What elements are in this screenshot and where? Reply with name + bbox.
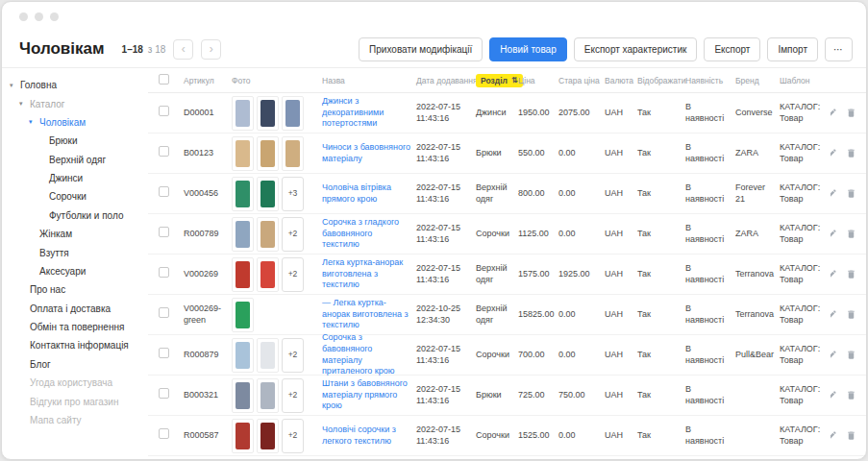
edit-icon[interactable] xyxy=(831,108,837,118)
column-header[interactable]: Розділ⇅ xyxy=(473,74,515,87)
sidebar-item[interactable]: ▾Чоловікам xyxy=(8,113,146,132)
cell-sku: V000269 xyxy=(181,269,229,280)
column-header[interactable]: Дата додавання xyxy=(413,76,473,85)
product-name-link[interactable]: Штани з бавовняного матеріалу прямого кр… xyxy=(322,378,410,412)
edit-icon[interactable] xyxy=(831,229,837,239)
export-button[interactable]: Експорт xyxy=(704,37,760,61)
column-header[interactable]: Ціна xyxy=(515,76,556,85)
sidebar-item[interactable]: Брюки xyxy=(8,132,146,150)
delete-icon[interactable] xyxy=(846,108,856,118)
product-name-link[interactable]: Чоловіча вітрівка прямого крою xyxy=(322,182,410,205)
column-header[interactable]: Фото xyxy=(229,76,319,85)
product-photo xyxy=(232,419,254,453)
export-characteristics-button[interactable]: Експорт характеристик xyxy=(574,37,698,61)
column-header[interactable]: Стара ціна xyxy=(556,76,602,85)
sidebar-item[interactable]: Мапа сайту xyxy=(8,411,146,429)
cell-currency: UAH xyxy=(602,229,634,240)
edit-icon[interactable] xyxy=(831,148,837,158)
delete-icon[interactable] xyxy=(846,229,856,239)
column-header[interactable]: Бренд xyxy=(732,76,777,85)
edit-icon[interactable] xyxy=(831,430,837,441)
edit-icon[interactable] xyxy=(831,188,837,199)
edit-icon[interactable] xyxy=(831,350,837,360)
row-checkbox[interactable] xyxy=(159,227,169,237)
pagination-range: 1–18 xyxy=(122,44,143,55)
sidebar-item[interactable]: ▾Головна xyxy=(8,76,146,94)
sidebar-item[interactable]: Сорочки xyxy=(8,187,146,206)
sidebar-item[interactable]: Футболки и поло xyxy=(8,206,146,225)
cell-template: КАТАЛОГ: Товар xyxy=(777,182,831,205)
row-checkbox[interactable] xyxy=(159,348,169,358)
row-checkbox[interactable] xyxy=(159,428,169,439)
sidebar-item[interactable]: Блог xyxy=(8,355,146,374)
more-photos-badge[interactable]: +2 xyxy=(282,217,304,252)
product-photo xyxy=(282,96,304,131)
window-maximize-icon[interactable] xyxy=(50,12,59,21)
delete-icon[interactable] xyxy=(846,188,856,199)
column-header[interactable]: Відображати xyxy=(634,76,682,85)
cell-display: Так xyxy=(634,229,682,240)
select-all-checkbox[interactable] xyxy=(159,74,169,85)
edit-icon[interactable] xyxy=(831,309,837,320)
row-checkbox[interactable] xyxy=(159,388,169,399)
sidebar-item[interactable]: Про нас xyxy=(8,280,146,299)
more-photos-badge[interactable]: +2 xyxy=(282,419,304,453)
row-checkbox[interactable] xyxy=(159,186,169,197)
column-header[interactable]: Наявність xyxy=(682,76,732,85)
column-header[interactable]: Шаблон xyxy=(777,76,831,85)
more-photos-badge[interactable]: +2 xyxy=(282,338,304,373)
product-name-link[interactable]: Сорочка з бавовняного матеріалу притален… xyxy=(322,332,410,377)
delete-icon[interactable] xyxy=(846,430,856,441)
delete-icon[interactable] xyxy=(846,148,856,158)
sidebar-item[interactable]: Взуття xyxy=(8,243,146,261)
row-checkbox[interactable] xyxy=(159,307,169,318)
cell-sku: V000269-green xyxy=(181,303,229,326)
sidebar-item[interactable]: Контактна інформація xyxy=(8,336,146,354)
edit-icon[interactable] xyxy=(831,269,837,279)
sidebar-item[interactable]: Аксесуари xyxy=(8,262,146,280)
cell-photos xyxy=(229,96,319,131)
more-photos-badge[interactable]: +3 xyxy=(282,177,304,211)
pagination-prev-button[interactable]: ‹ xyxy=(173,39,193,60)
sidebar-item[interactable]: Обмін та повернення xyxy=(8,318,146,336)
column-header[interactable]: Валюта xyxy=(602,76,634,85)
delete-icon[interactable] xyxy=(846,390,856,400)
window-minimize-icon[interactable] xyxy=(35,12,43,21)
sidebar-item[interactable]: Угода користувача xyxy=(8,374,146,392)
cell-currency: UAH xyxy=(602,269,634,280)
row-checkbox[interactable] xyxy=(159,267,169,278)
sidebar-item[interactable]: Жінкам xyxy=(8,225,146,243)
sidebar-item[interactable]: Верхній одяг xyxy=(8,151,146,169)
new-product-button[interactable]: Новий товар xyxy=(489,37,566,61)
window-close-icon[interactable] xyxy=(19,12,28,21)
product-name-link[interactable]: Сорочка з гладкого бавовняного текстилю xyxy=(322,217,410,251)
product-photo xyxy=(232,217,254,252)
row-checkbox[interactable] xyxy=(159,146,169,157)
column-header[interactable]: Артикул xyxy=(181,76,229,85)
product-name-link[interactable]: Джинси з декоративними потертостями xyxy=(322,96,410,130)
delete-icon[interactable] xyxy=(846,350,856,360)
edit-icon[interactable] xyxy=(831,390,837,400)
cell-template: КАТАЛОГ: Товар xyxy=(777,344,831,366)
import-button[interactable]: Імпорт xyxy=(767,37,818,61)
sidebar-item[interactable]: Відгуки про магазин xyxy=(8,392,146,410)
delete-icon[interactable] xyxy=(846,309,856,320)
delete-icon[interactable] xyxy=(846,269,856,279)
column-header[interactable]: Назва xyxy=(319,76,413,85)
product-name-link[interactable]: Легка куртка-анорак виготовлена з тексти… xyxy=(322,257,410,291)
more-photos-badge[interactable]: +2 xyxy=(282,378,304,413)
product-name-link[interactable]: — Легка куртка-анорак виготовлена з текс… xyxy=(322,298,410,331)
pagination-next-button[interactable]: › xyxy=(201,39,221,60)
cell-old-price: 0.00 xyxy=(556,350,602,361)
cell-availability: В наявності xyxy=(682,425,732,447)
row-checkbox[interactable] xyxy=(159,106,169,116)
product-name-link[interactable]: Чиноси з бавовняного матеріалу xyxy=(322,142,410,164)
more-actions-button[interactable]: ⋯ xyxy=(825,37,853,61)
product-name-link[interactable]: Чоловічі сорочки з легкого текстилю xyxy=(322,425,410,447)
sidebar-item[interactable]: Оплата і доставка xyxy=(8,300,146,318)
hide-modifications-button[interactable]: Приховати модифікації xyxy=(359,37,483,61)
more-photos-badge[interactable]: +2 xyxy=(282,257,304,292)
sidebar-item[interactable]: Джинси xyxy=(8,169,146,187)
cell-display: Так xyxy=(634,430,682,442)
sidebar-item[interactable]: ▾Каталог xyxy=(8,94,146,112)
